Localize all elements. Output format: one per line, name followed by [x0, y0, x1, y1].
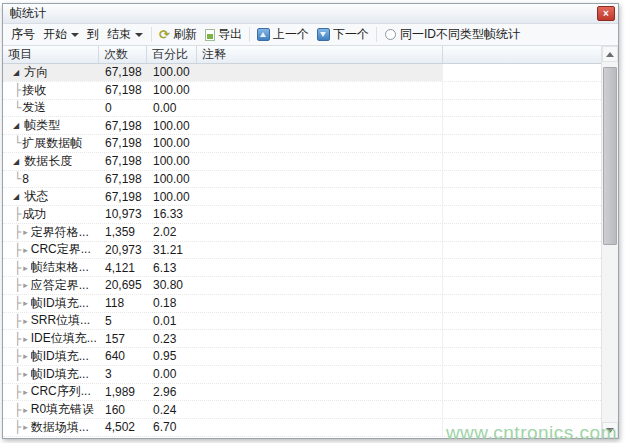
to-label: 到 [84, 26, 102, 43]
column-header-item[interactable]: 项目 [3, 46, 99, 63]
expander-collapsed-icon[interactable]: ▸ [23, 387, 28, 397]
row-filler [443, 64, 601, 81]
row-comment [197, 295, 443, 312]
expander-collapsed-icon[interactable]: ▸ [23, 351, 28, 361]
table-row[interactable]: ◢数据长度67,198100.00 [3, 153, 601, 171]
row-filler [443, 401, 601, 418]
row-filler [443, 330, 601, 347]
end-dropdown[interactable]: 结束 [102, 25, 148, 44]
row-filler [443, 117, 601, 134]
scroll-up-button[interactable] [602, 46, 618, 62]
table-row[interactable]: ├成功10,97316.33 [3, 206, 601, 224]
expander-collapsed-icon[interactable]: ▸ [23, 263, 28, 273]
row-label: CRC定界... [31, 242, 91, 259]
column-header-count[interactable]: 次数 [99, 46, 147, 63]
table-main: 项目 次数 百分比 注释 ◢方向67,198100.00├接收67,198100… [3, 46, 601, 438]
scroll-down-button[interactable] [602, 422, 618, 438]
tree-branch-icon: ├ [14, 278, 21, 292]
table-row[interactable]: ◢帧类型67,198100.00 [3, 117, 601, 135]
expander-collapsed-icon[interactable]: ▸ [23, 280, 28, 290]
expander-expanded-icon[interactable]: ◢ [13, 68, 19, 77]
scrollbar-thumb[interactable] [603, 67, 617, 245]
expander-collapsed-icon[interactable]: ▸ [23, 245, 28, 255]
table-row[interactable]: ├▸SRR位填...50.01 [3, 313, 601, 331]
expander-expanded-icon[interactable]: ◢ [13, 121, 19, 130]
previous-button-label: 上一个 [273, 26, 309, 43]
row-label: 帧ID填充... [31, 295, 89, 312]
table-row[interactable]: ├▸CRC定界...20,97331.21 [3, 242, 601, 260]
row-label: 帧ID填充... [31, 348, 89, 365]
expander-collapsed-icon[interactable]: ▸ [23, 422, 28, 432]
expander-collapsed-icon[interactable]: ▸ [23, 298, 28, 308]
expander-collapsed-icon[interactable]: ▸ [23, 405, 28, 415]
row-label: 定界符格... [31, 224, 89, 241]
row-label: CRC序列... [31, 384, 91, 401]
expander-collapsed-icon[interactable]: ▸ [23, 334, 28, 344]
scroll-down-icon [606, 428, 614, 433]
row-percent: 0.00 [147, 366, 197, 383]
row-filler [443, 224, 601, 241]
table-row[interactable]: ├▸IDE位填充...1570.23 [3, 330, 601, 348]
row-label: 8 [22, 172, 29, 186]
table-row[interactable]: ├▸帧ID填充...1180.18 [3, 295, 601, 313]
table-row[interactable]: ├▸帧结束格...4,1216.13 [3, 259, 601, 277]
next-button[interactable]: 下一个 [313, 25, 373, 44]
row-percent: 0.95 [147, 348, 197, 365]
column-header-filler [443, 46, 601, 63]
expander-expanded-icon[interactable]: ◢ [13, 157, 19, 166]
tree-branch-icon: └ [14, 136, 21, 150]
row-filler [443, 188, 601, 205]
column-header-comment[interactable]: 注释 [197, 46, 443, 63]
table-row[interactable]: ├▸数据场填...4,5026.70 [3, 419, 601, 437]
table-row[interactable]: └发送00.00 [3, 100, 601, 118]
vertical-scrollbar[interactable] [601, 46, 618, 438]
expander-expanded-icon[interactable]: ◢ [13, 192, 19, 201]
row-percent: 100.00 [147, 64, 197, 81]
tree-branch-icon: ├ [14, 314, 21, 328]
frame-statistics-window: 帧统计 × 序号 开始 到 结束 ⟳ 刷新 导出 上一个 [2, 3, 619, 439]
table-row[interactable]: ├▸定界符格...1,3592.02 [3, 224, 601, 242]
row-comment [197, 117, 443, 134]
table-row[interactable]: ◢方向67,198100.00 [3, 64, 601, 82]
expander-collapsed-icon[interactable]: ▸ [23, 316, 28, 326]
table-row[interactable]: ├▸帧ID填充...30.00 [3, 366, 601, 384]
scroll-up-icon [606, 52, 614, 57]
row-percent: 100.00 [147, 135, 197, 152]
previous-button[interactable]: 上一个 [253, 25, 313, 44]
table-row[interactable]: ├▸CRC序列...1,9892.96 [3, 384, 601, 402]
table-row[interactable]: ├▸R0填充错误1600.24 [3, 401, 601, 419]
table-row[interactable]: ◢状态67,198100.00 [3, 188, 601, 206]
row-filler [443, 384, 601, 401]
refresh-button[interactable]: ⟳ 刷新 [155, 25, 201, 44]
table-row[interactable]: ├▸帧ID填充...6400.95 [3, 348, 601, 366]
export-button[interactable]: 导出 [201, 25, 246, 44]
tree-branch-icon: ├ [14, 403, 21, 417]
table-row[interactable]: ├接收67,198100.00 [3, 82, 601, 100]
table-row[interactable]: └867,198100.00 [3, 171, 601, 189]
row-count: 4,502 [99, 419, 147, 436]
tree-branch-icon: ├ [14, 225, 21, 239]
end-dropdown-value: 结束 [107, 26, 131, 43]
row-count: 5 [99, 313, 147, 330]
next-button-label: 下一个 [333, 26, 369, 43]
row-count: 1,989 [99, 384, 147, 401]
row-percent: 2.96 [147, 384, 197, 401]
tree-branch-icon: ├ [14, 420, 21, 434]
column-header-percent[interactable]: 百分比 [147, 46, 197, 63]
row-comment [197, 242, 443, 259]
expander-collapsed-icon[interactable]: ▸ [23, 227, 28, 237]
close-button[interactable]: × [597, 6, 615, 21]
expander-collapsed-icon[interactable]: ▸ [23, 369, 28, 379]
same-id-radio[interactable] [385, 29, 396, 40]
table-row[interactable]: ├▸应答定界...20,69530.80 [3, 277, 601, 295]
start-dropdown[interactable]: 开始 [38, 25, 84, 44]
row-count: 67,198 [99, 188, 147, 205]
row-comment [197, 135, 443, 152]
row-item-cell: ├▸帧ID填充... [3, 295, 99, 312]
window-title: 帧统计 [10, 5, 46, 22]
scrollbar-track[interactable] [602, 62, 618, 422]
table-row[interactable]: └扩展数据帧67,198100.00 [3, 135, 601, 153]
arrow-down-icon [317, 28, 330, 41]
row-count: 640 [99, 348, 147, 365]
row-percent: 16.33 [147, 206, 197, 223]
